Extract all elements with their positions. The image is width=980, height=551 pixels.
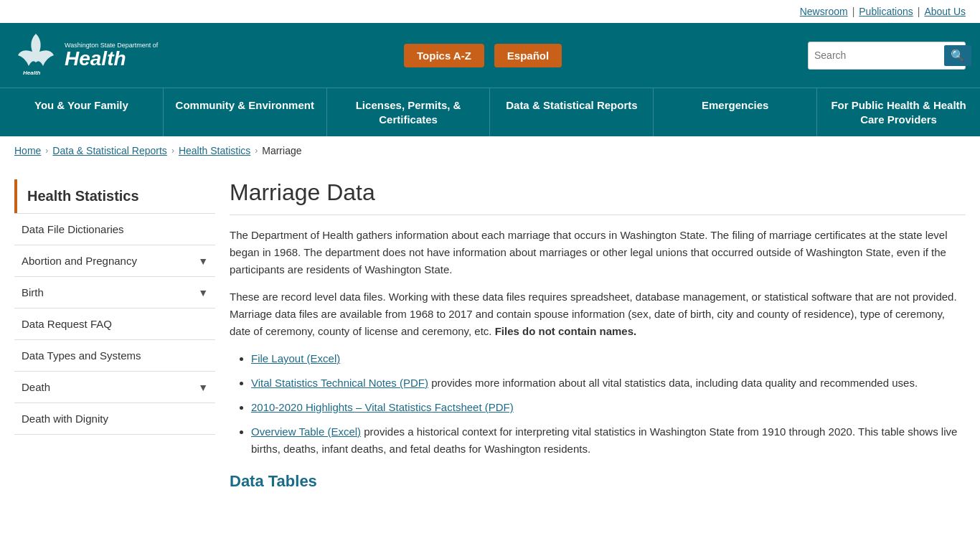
publications-link[interactable]: Publications — [859, 6, 913, 17]
overview-table-link[interactable]: Overview Table (Excel) — [251, 425, 361, 438]
file-layout-link[interactable]: File Layout (Excel) — [251, 352, 340, 364]
chevron-down-icon: ▼ — [198, 255, 208, 267]
svg-text:Health: Health — [23, 70, 41, 76]
list-item: 2010-2020 Highlights – Vital Statistics … — [251, 399, 966, 416]
main-content: Health Statistics Data File Dictionaries… — [0, 165, 980, 512]
sidebar-item-death[interactable]: Death ▼ — [14, 372, 215, 403]
header-buttons: Topics A-Z Español — [179, 44, 786, 67]
search-input[interactable] — [814, 50, 940, 61]
links-list: File Layout (Excel) Vital Statistics Tec… — [230, 350, 966, 458]
list-item: File Layout (Excel) — [251, 350, 966, 367]
sidebar-item-data-file-dict[interactable]: Data File Dictionaries — [14, 214, 215, 245]
search-button[interactable]: 🔍 — [944, 45, 971, 66]
list-item: Overview Table (Excel) provides a histor… — [251, 423, 966, 458]
about-us-link[interactable]: About Us — [924, 6, 966, 17]
breadcrumb-data-statistical[interactable]: Data & Statistical Reports — [52, 145, 167, 156]
para2-bold: Files do not contain names. — [495, 325, 637, 337]
health-name: Health — [65, 49, 158, 69]
sidebar-item-label: Death — [22, 381, 50, 393]
top-bar: Newsroom | Publications | About Us — [0, 0, 980, 23]
vital-stats-link[interactable]: Vital Statistics Technical Notes (PDF) — [251, 377, 428, 389]
topics-az-button[interactable]: Topics A-Z — [404, 44, 484, 67]
sidebar-item-label: Data Types and Systems — [22, 349, 141, 362]
sidebar-item-birth[interactable]: Birth ▼ — [14, 277, 215, 309]
chevron-right-icon-2: › — [171, 146, 174, 156]
sidebar-item-death-dignity[interactable]: Death with Dignity — [14, 403, 215, 435]
para2: These are record level data files. Worki… — [230, 288, 966, 340]
para1: The Department of Health gathers informa… — [230, 227, 966, 278]
sidebar-item-data-types[interactable]: Data Types and Systems — [14, 340, 215, 372]
chevron-right-icon-1: › — [45, 146, 48, 156]
breadcrumb: Home › Data & Statistical Reports › Heal… — [0, 136, 980, 165]
header: Health Washington State Department of He… — [0, 23, 980, 88]
nav-data-statistical[interactable]: Data & Statistical Reports — [490, 88, 654, 136]
logo-text: Washington State Department of Health — [65, 42, 158, 70]
page-title: Marriage Data — [230, 179, 966, 215]
nav-emergencies[interactable]: Emergencies — [654, 88, 817, 136]
sep2: | — [918, 6, 920, 17]
chevron-down-icon: ▼ — [198, 382, 208, 393]
highlights-link[interactable]: 2010-2020 Highlights – Vital Statistics … — [251, 401, 514, 413]
logo-icon: Health — [14, 30, 57, 80]
sidebar-item-label: Birth — [22, 286, 44, 298]
search-area: 🔍 — [808, 42, 966, 70]
sidebar-title: Health Statistics — [14, 179, 215, 213]
breadcrumb-health-statistics[interactable]: Health Statistics — [179, 145, 250, 156]
nav-public-health[interactable]: For Public Health & Health Care Provider… — [817, 88, 980, 136]
sidebar-item-label: Data Request FAQ — [22, 318, 112, 330]
list-item: Vital Statistics Technical Notes (PDF) p… — [251, 375, 966, 392]
data-tables-heading: Data Tables — [230, 472, 966, 491]
sidebar-item-label: Abortion and Pregnancy — [22, 255, 137, 267]
search-icon: 🔍 — [951, 50, 965, 62]
nav-bar: You & Your Family Community & Environmen… — [0, 88, 980, 136]
chevron-right-icon-3: › — [255, 146, 258, 156]
sidebar-item-label: Death with Dignity — [22, 413, 108, 425]
sidebar-item-data-request-faq[interactable]: Data Request FAQ — [14, 309, 215, 340]
vital-stats-suffix: provides more information about all vita… — [428, 377, 918, 389]
newsroom-link[interactable]: Newsroom — [800, 6, 848, 17]
breadcrumb-current: Marriage — [262, 145, 301, 156]
chevron-down-icon: ▼ — [198, 287, 208, 298]
nav-community[interactable]: Community & Environment — [164, 88, 327, 136]
logo: Health Washington State Department of He… — [14, 30, 158, 80]
sidebar-item-abortion[interactable]: Abortion and Pregnancy ▼ — [14, 245, 215, 277]
nav-you-family[interactable]: You & Your Family — [0, 88, 164, 136]
nav-licenses[interactable]: Licenses, Permits, & Certificates — [327, 88, 491, 136]
sidebar-item-label: Data File Dictionaries — [22, 223, 124, 235]
sep1: | — [852, 6, 855, 17]
page-content: Marriage Data The Department of Health g… — [230, 172, 966, 491]
sidebar: Health Statistics Data File Dictionaries… — [14, 179, 215, 491]
espanol-button[interactable]: Español — [494, 44, 562, 67]
breadcrumb-home[interactable]: Home — [14, 145, 41, 156]
